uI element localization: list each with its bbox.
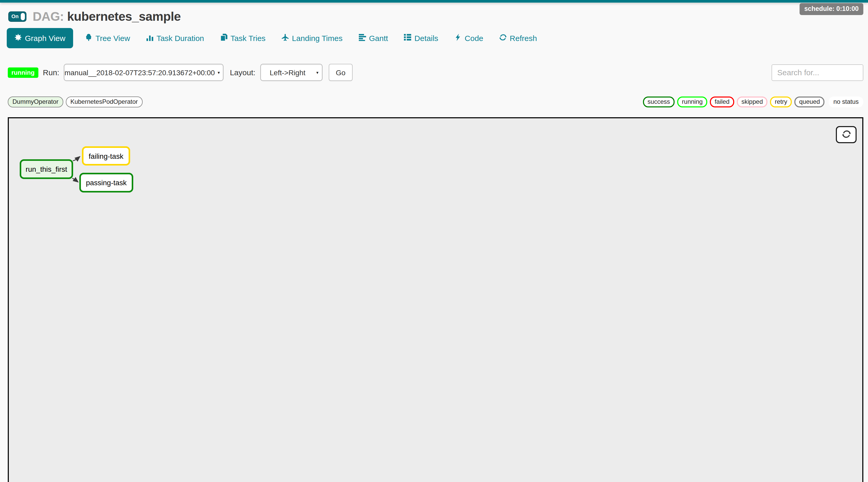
run-select-value: manual__2018-02-07T23:57:20.913672+00:00: [65, 68, 215, 77]
schedule-badge: schedule: 0:10:00: [800, 3, 863, 15]
tab-task-tries[interactable]: Task Tries: [220, 34, 266, 42]
tree-icon: [85, 34, 92, 42]
header: On DAG: kubernetes_sample: [0, 0, 868, 24]
operator-pill-dummy: DummyOperator: [8, 96, 63, 108]
dag-on-toggle[interactable]: On: [8, 11, 26, 22]
graph-canvas[interactable]: run_this_first failing-task passing-task: [8, 117, 863, 482]
refresh-icon: [842, 129, 850, 140]
status-pill-skipped: skipped: [737, 96, 768, 108]
caret-down-icon: ▼: [217, 70, 221, 74]
operator-legend: DummyOperator KubernetesPodOperator: [8, 96, 143, 108]
status-pill-queued: queued: [795, 96, 825, 108]
tab-landing-times[interactable]: Landing Times: [282, 34, 342, 42]
align-left-icon: [359, 34, 366, 42]
run-state-badge: running: [8, 67, 38, 78]
run-label: Run:: [43, 68, 59, 77]
status-legend: success running failed skipped retry que…: [643, 96, 863, 108]
plane-icon: [282, 34, 289, 42]
tab-graph-view[interactable]: Graph View: [7, 28, 73, 48]
bolt-icon: [454, 34, 462, 42]
tab-task-duration[interactable]: Task Duration: [146, 34, 204, 42]
tab-gantt[interactable]: Gantt: [359, 34, 388, 42]
run-controls: running Run: manual__2018-02-07T23:57:20…: [8, 64, 863, 81]
status-pill-success: success: [643, 96, 675, 108]
copy-icon: [220, 34, 227, 42]
status-pill-retry: retry: [770, 96, 792, 108]
layout-select-value: Left->Right: [270, 68, 305, 77]
toggle-knob-icon: [21, 13, 25, 20]
dag-prefix: DAG:: [33, 9, 64, 23]
legend-row: DummyOperator KubernetesPodOperator succ…: [8, 96, 863, 108]
node-run-this-first[interactable]: run_this_first: [20, 159, 73, 179]
dag-edges: [9, 118, 862, 482]
tab-refresh[interactable]: Refresh: [499, 34, 537, 42]
tab-tree-view[interactable]: Tree View: [85, 34, 130, 42]
dag-name: kubernetes_sample: [67, 9, 181, 23]
layout-label: Layout:: [230, 68, 255, 77]
graph-refresh-button[interactable]: [836, 126, 857, 143]
status-pill-failed: failed: [710, 96, 734, 108]
go-button[interactable]: Go: [329, 64, 352, 81]
search-input[interactable]: [772, 64, 863, 81]
list-icon: [404, 34, 411, 42]
top-navbar-strip: [0, 0, 868, 3]
tab-details[interactable]: Details: [404, 34, 438, 42]
run-select[interactable]: manual__2018-02-07T23:57:20.913672+00:00…: [64, 64, 224, 81]
view-tabs: Graph View Tree View Task Duration Task …: [7, 28, 868, 48]
refresh-icon: [499, 34, 506, 42]
page: schedule: 0:10:00 On DAG: kubernetes_sam…: [0, 0, 868, 482]
tab-code[interactable]: Code: [454, 34, 483, 42]
status-pill-running: running: [677, 96, 707, 108]
page-title: DAG: kubernetes_sample: [33, 9, 181, 24]
caret-down-icon: ▼: [315, 70, 319, 74]
node-passing-task[interactable]: passing-task: [79, 173, 133, 192]
bar-chart-icon: [146, 34, 153, 42]
status-pill-no-status: no status: [829, 96, 863, 108]
layout-select[interactable]: Left->Right ▼: [260, 64, 322, 81]
node-failing-task[interactable]: failing-task: [82, 146, 130, 165]
starburst-icon: [14, 34, 22, 42]
toggle-on-label: On: [11, 13, 19, 19]
operator-pill-kubernetespod: KubernetesPodOperator: [66, 96, 142, 108]
